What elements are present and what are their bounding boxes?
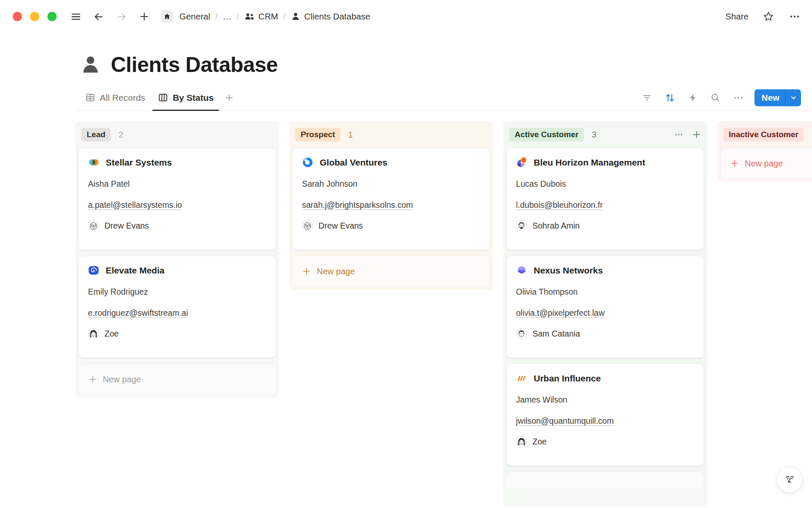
breadcrumb-item-clients-database[interactable]: Clients Database xyxy=(289,10,372,23)
status-badge-active-customer: Active Customer xyxy=(509,128,584,141)
avatar-woman-long-hair xyxy=(88,328,99,339)
contact-email[interactable]: sarah.j@brightsparksolns.com xyxy=(302,200,480,210)
column-count: 2 xyxy=(118,130,123,140)
avatar-man-beard xyxy=(516,220,527,231)
owner-name: Zoe xyxy=(532,437,547,447)
avatar-man-glasses xyxy=(88,220,99,231)
zoom-window-button[interactable] xyxy=(47,12,57,21)
partial-next-card[interactable] xyxy=(507,472,704,489)
company-name: Bleu Horizon Management xyxy=(534,157,645,168)
view-tabs-bar: All Records By Status New xyxy=(75,85,812,111)
breadcrumb-item-ellipsis[interactable]: … xyxy=(221,10,233,23)
person-icon xyxy=(291,11,301,22)
owner-name: Drew Evans xyxy=(318,221,363,231)
new-record-label: New xyxy=(754,89,785,106)
contact-name: Aisha Patel xyxy=(88,179,266,189)
chevron-down-icon[interactable] xyxy=(786,89,801,106)
new-page-button-lead[interactable]: New page xyxy=(79,364,276,395)
contact-email[interactable]: l.dubois@bleuhorizon.fr xyxy=(516,200,694,210)
column-count: 3 xyxy=(592,130,596,140)
contact-name: Emily Rodriguez xyxy=(88,287,266,297)
status-badge-inactive-customer: Inactive Customer xyxy=(723,128,804,141)
contact-name: Olivia Thompson xyxy=(516,287,694,297)
owner-name: Sam Catania xyxy=(532,329,580,339)
new-record-button[interactable]: New xyxy=(754,89,801,106)
add-view-icon[interactable] xyxy=(220,85,239,110)
company-name: Global Ventures xyxy=(320,157,387,168)
plus-icon xyxy=(88,375,97,384)
breadcrumb-item-crm[interactable]: CRM xyxy=(242,10,280,23)
column-active-customer: Active Customer 3 Bleu Horizon Managemen… xyxy=(503,121,707,506)
forward-icon[interactable] xyxy=(115,10,128,23)
filter-icon[interactable] xyxy=(642,92,652,103)
avatar-man-glasses xyxy=(302,220,313,231)
contact-name: James Wilson xyxy=(516,395,694,405)
add-card-icon[interactable] xyxy=(691,129,702,140)
column-options-icon[interactable] xyxy=(673,129,684,140)
plus-icon xyxy=(302,267,311,276)
status-badge-prospect: Prospect xyxy=(295,128,340,141)
column-inactive-customer: Inactive Customer New page xyxy=(717,121,812,182)
contact-email[interactable]: a.patel@stellarsystems.io xyxy=(88,200,266,210)
table-view-icon xyxy=(85,92,96,103)
card-urban-influence[interactable]: Urban Influence James Wilson jwilson@qua… xyxy=(507,364,704,466)
company-name: Stellar Systems xyxy=(106,157,172,168)
lightning-icon[interactable] xyxy=(688,93,698,103)
search-icon[interactable] xyxy=(710,92,721,103)
card-bleu-horizon-management[interactable]: Bleu Horizon Management Lucas Dubois l.d… xyxy=(507,148,704,250)
card-elevate-media[interactable]: Elevate Media Emily Rodriguez e.rodrigue… xyxy=(79,256,276,358)
orange-stripes-logo-icon xyxy=(516,373,527,384)
board-view-icon xyxy=(158,92,168,103)
view-more-icon[interactable] xyxy=(733,92,744,103)
status-badge-lead: Lead xyxy=(81,128,111,141)
contact-email[interactable]: jwilson@quantumquill.com xyxy=(516,416,694,426)
card-global-ventures[interactable]: Global Ventures Sarah Johnson sarah.j@br… xyxy=(293,148,490,250)
sidebar-menu-icon[interactable] xyxy=(69,10,82,23)
company-name: Urban Influence xyxy=(534,373,601,384)
company-name: Nexus Networks xyxy=(534,265,603,276)
owner-name: Sohrab Amin xyxy=(532,221,580,231)
column-count: 1 xyxy=(348,130,353,140)
contact-email[interactable]: olivia.t@pixelperfect.law xyxy=(516,308,694,318)
new-page-button-inactive[interactable]: New page xyxy=(721,148,812,179)
notion-ai-face-button[interactable] xyxy=(776,467,803,493)
contact-email[interactable]: e.rodriguez@swiftstream.ai xyxy=(88,308,266,318)
tab-all-records[interactable]: All Records xyxy=(79,85,151,110)
blue-spiral-logo-icon xyxy=(88,265,99,276)
purple-stack-logo-icon xyxy=(516,265,527,276)
breadcrumb-separator: / xyxy=(215,11,218,22)
minimize-window-button[interactable] xyxy=(30,12,39,21)
overlapping-circles-logo-icon xyxy=(88,157,99,168)
column-prospect: Prospect 1 Global Ventures Sarah Johnson… xyxy=(289,121,493,290)
contact-name: Lucas Dubois xyxy=(516,179,694,189)
new-tab-icon[interactable] xyxy=(138,10,151,23)
company-name: Elevate Media xyxy=(106,265,165,276)
blue-ring-logo-icon xyxy=(302,157,313,168)
contact-name: Sarah Johnson xyxy=(302,179,480,189)
breadcrumb-separator: / xyxy=(236,11,239,22)
close-window-button[interactable] xyxy=(13,12,22,21)
new-page-button-prospect[interactable]: New page xyxy=(293,256,490,287)
card-stellar-systems[interactable]: Stellar Systems Aisha Patel a.patel@stel… xyxy=(79,148,276,250)
kanban-board: Lead 2 Stellar Systems Aisha Patel a.pat… xyxy=(75,121,812,506)
avatar-woman-long-hair xyxy=(516,436,527,447)
breadcrumb: General / … / CRM / Clients Database xyxy=(178,10,372,23)
tab-by-status[interactable]: By Status xyxy=(151,85,220,110)
card-nexus-networks[interactable]: Nexus Networks Olivia Thompson olivia.t@… xyxy=(507,256,704,358)
back-icon[interactable] xyxy=(92,10,105,23)
avatar-man-short-hair xyxy=(516,328,527,339)
breadcrumb-item-general[interactable]: General xyxy=(178,10,212,23)
share-button[interactable]: Share xyxy=(725,11,749,22)
sort-icon[interactable] xyxy=(664,92,675,103)
more-options-icon[interactable] xyxy=(788,10,801,23)
owner-name: Drew Evans xyxy=(104,221,149,231)
pie-quarters-logo-icon xyxy=(516,157,527,168)
column-lead: Lead 2 Stellar Systems Aisha Patel a.pat… xyxy=(75,121,279,398)
plus-icon xyxy=(730,159,739,168)
home-icon[interactable] xyxy=(161,10,173,23)
favorite-star-icon[interactable] xyxy=(762,10,775,23)
page-title: Clients Database xyxy=(111,52,278,77)
owner-name: Zoe xyxy=(104,329,119,339)
window-topbar: General / … / CRM / Clients Database Sha… xyxy=(0,0,812,33)
page-icon-person[interactable] xyxy=(80,54,102,76)
